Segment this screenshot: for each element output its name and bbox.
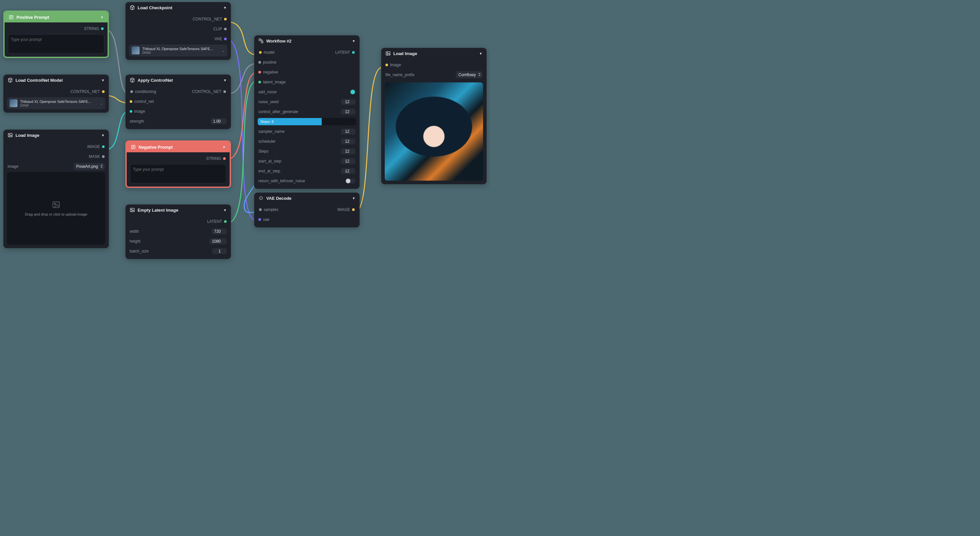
negative-prompt-input[interactable]	[130, 164, 226, 183]
input-port-conditioning[interactable]: conditioning	[130, 87, 157, 96]
node-positive-prompt[interactable]: Positive Prompt ▼ STRING	[3, 11, 109, 58]
port-dot	[224, 28, 227, 30]
node-title: Load ControlNet Model	[16, 78, 63, 83]
node-header[interactable]: Apply ControlNet ▼	[126, 75, 231, 86]
collapse-icon[interactable]: ▼	[223, 78, 227, 82]
node-header[interactable]: VAE Decode ▼	[255, 193, 360, 203]
output-image-preview	[385, 82, 483, 181]
port-dot	[102, 90, 105, 93]
port-dot	[223, 90, 226, 93]
collapse-icon[interactable]: ▼	[352, 39, 355, 43]
node-title: Empty Latent Image	[138, 208, 178, 212]
cube-icon	[130, 5, 135, 10]
node-header[interactable]: Load Checkpoint ▼	[126, 2, 231, 13]
end-at-step-input[interactable]: 12	[341, 168, 355, 174]
start-at-step-input[interactable]: 12	[341, 158, 355, 164]
sampler-name-input[interactable]: 12	[341, 128, 355, 135]
output-port-clip[interactable]: CLIP	[129, 25, 228, 33]
node-header[interactable]: Positive Prompt ▼	[5, 12, 108, 22]
node-title: Load Image	[393, 51, 417, 56]
collapse-icon[interactable]: ▼	[101, 78, 105, 82]
node-header[interactable]: Load Image ▼	[382, 48, 486, 59]
file-name-prefix-select[interactable]: Comflowy	[456, 71, 482, 78]
node-workflow[interactable]: Workflow #2 ▼ model LATENT positive nega…	[254, 35, 360, 189]
node-title: Apply ControlNet	[138, 78, 173, 83]
steps-progress: Steps: 8	[258, 118, 356, 125]
node-header[interactable]: Load Image ▼	[4, 130, 108, 140]
steps-input[interactable]: 12	[341, 148, 355, 154]
node-title: Workflow #2	[266, 38, 291, 43]
input-port-image[interactable]: Image	[385, 61, 483, 69]
collapse-icon[interactable]: ▼	[223, 208, 227, 212]
return-noise-toggle[interactable]	[345, 178, 355, 184]
strength-input[interactable]: 1.00	[210, 118, 227, 124]
port-dot	[101, 27, 103, 30]
output-port-vae[interactable]: VAE	[129, 35, 228, 43]
input-port-positive[interactable]: positive	[258, 58, 356, 67]
node-load-checkpoint[interactable]: Load Checkpoint ▼ CONTROL_NET CLIP VAE T…	[126, 2, 231, 60]
output-port-string[interactable]: STRING	[130, 154, 226, 163]
port-dot	[130, 90, 133, 93]
add-noise-toggle[interactable]	[345, 89, 355, 95]
port-dot	[130, 100, 132, 103]
input-port-model[interactable]: model	[258, 48, 275, 57]
output-port-latent[interactable]: LATENT	[129, 217, 228, 226]
positive-prompt-input[interactable]	[8, 34, 104, 53]
field-image: image PoseArt.png	[7, 162, 105, 171]
node-load-image-pose[interactable]: Load Image ▼ IMAGE MASK image PoseArt.pn…	[3, 130, 109, 248]
node-header[interactable]: Workflow #2 ▼	[255, 36, 360, 46]
output-port-mask[interactable]: MASK	[7, 152, 105, 161]
model-selector[interactable]: Thibaud XL Openpose SafeTensors SAFE... …	[7, 97, 105, 109]
output-port-controlnet[interactable]: CONTROL_NET	[7, 87, 105, 96]
collapse-icon[interactable]: ▼	[223, 145, 226, 149]
port-dot	[224, 38, 227, 40]
control-after-generate-input[interactable]: 12	[341, 109, 355, 115]
scheduler-input[interactable]: 12	[341, 138, 355, 144]
node-negative-prompt[interactable]: Negative Prompt ▼ STRING	[126, 140, 231, 188]
node-header[interactable]: Negative Prompt ▼	[127, 142, 230, 152]
node-header[interactable]: Empty Latent Image ▼	[126, 205, 231, 215]
noise-seed-input[interactable]: 12	[341, 99, 355, 105]
node-title: Load Checkpoint	[138, 5, 172, 10]
collapse-icon[interactable]: ▼	[479, 52, 482, 56]
node-header[interactable]: Load ControlNet Model ▼	[4, 75, 108, 86]
cube-icon	[130, 78, 135, 83]
collapse-icon[interactable]: ▼	[223, 6, 227, 10]
input-port-image[interactable]: image	[129, 107, 228, 116]
input-port-control-net[interactable]: control_net	[129, 97, 228, 106]
height-input[interactable]: 1080	[209, 238, 227, 244]
port-dot	[130, 110, 132, 113]
input-port-latent-image[interactable]: latent_image	[258, 78, 356, 86]
port-dot	[223, 157, 226, 160]
output-port-controlnet[interactable]: CONTROL_NET	[191, 87, 227, 96]
node-title: VAE Decode	[266, 196, 291, 201]
image-dropzone[interactable]: Drag and drop or click to upload image	[7, 172, 105, 244]
svg-rect-10	[386, 52, 390, 56]
svg-point-4	[54, 203, 56, 205]
node-empty-latent-image[interactable]: Empty Latent Image ▼ LATENT width720 hei…	[126, 205, 231, 259]
output-port-controlnet[interactable]: CONTROL_NET	[129, 15, 228, 24]
node-load-image-output[interactable]: Load Image ▼ Image file_name_prefix Comf…	[381, 48, 487, 184]
output-port-image[interactable]: IMAGE	[337, 205, 355, 214]
port-dot	[224, 18, 227, 21]
collapse-icon[interactable]: ▼	[100, 16, 103, 19]
image-file-select[interactable]: PoseArt.png	[73, 163, 105, 170]
checkpoint-selector[interactable]: Thibaud XL Openpose SafeTensors SAFE... …	[129, 44, 228, 56]
collapse-icon[interactable]: ▼	[101, 133, 105, 137]
input-port-vae[interactable]: vae	[258, 215, 356, 224]
output-port-image[interactable]: IMAGE	[7, 143, 105, 151]
collapse-icon[interactable]: ▼	[352, 197, 355, 200]
input-port-negative[interactable]: negative	[258, 68, 356, 76]
node-apply-controlnet[interactable]: Apply ControlNet ▼ conditioning CONTROL_…	[126, 75, 231, 129]
output-port-string[interactable]: STRING	[8, 24, 104, 33]
node-title: Positive Prompt	[16, 15, 49, 20]
input-port-samples[interactable]: samples	[258, 205, 279, 214]
svg-point-2	[9, 134, 10, 135]
batch-size-input[interactable]: 1	[212, 248, 227, 254]
node-vae-decode[interactable]: VAE Decode ▼ samples IMAGE vae	[254, 192, 360, 227]
node-load-controlnet-model[interactable]: Load ControlNet Model ▼ CONTROL_NET Thib…	[3, 75, 109, 113]
output-port-latent[interactable]: LATENT	[334, 48, 355, 57]
width-input[interactable]: 720	[212, 228, 227, 235]
node-title: Negative Prompt	[138, 145, 173, 150]
svg-point-7	[131, 209, 132, 210]
